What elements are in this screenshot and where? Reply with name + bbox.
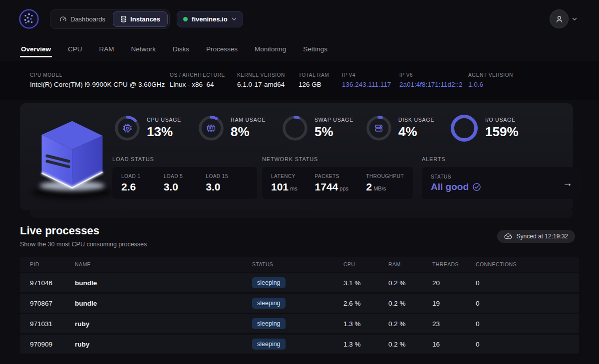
tab-disks[interactable]: Disks [172,38,190,60]
info-label: AGENT VERSION [468,72,513,78]
info-label: OS / ARCHITECTURE [170,72,237,78]
cell-cpu: 1.3 % [343,341,388,348]
info-label: CPU MODEL [30,72,170,78]
cell-ram: 0.2 % [388,341,432,348]
topbar-right [550,9,577,28]
cell-connections: 0 [476,300,569,307]
topbar: Dashboards Instances fivenines.io [0,0,599,38]
cell-threads: 20 [432,279,476,287]
table-row: 971031rubysleeping1.3 %0.2 %230 [20,314,579,333]
stat-unit: MB/s [373,185,386,191]
cell-status: sleeping [252,339,343,350]
info-kernel-version: KERNEL VERSION6.1.0-17-amd64 [237,72,299,88]
org-selector[interactable]: fivenines.io [177,11,243,27]
info-value: 126 GB [299,81,342,88]
gauge-ring [449,113,479,143]
stat-latency: LATENCY101ms [271,174,315,193]
speedometer-icon [59,15,67,23]
col-header-cpu: CPU [343,261,388,267]
tab-bar: OverviewCPURAMNetworkDisksProcessesMonit… [0,38,599,60]
info-value: Intel(R) Core(TM) i9-9900K CPU @ 3.60GHz [30,81,170,88]
load-status-section: LOAD STATUS LOAD 12.6LOAD 53.0LOAD 153.0 [112,156,257,199]
col-header-pid: PID [30,261,75,267]
stat-number: 2.6 [121,181,136,192]
gauge-value: 8% [231,124,266,140]
col-header-ram: RAM [388,261,432,267]
alerts-section: ALERTS STATUS All good → [422,156,582,199]
stat-value: 2.6 [121,181,164,193]
stat-unit: ms [290,185,298,191]
nav-instances-button[interactable]: Instances [113,11,168,27]
alerts-status-value: All good [431,182,469,192]
stat-label: LOAD 5 [164,174,206,179]
stat-value: 1744pps [315,181,366,193]
gauge-text: SWAP USAGE5% [314,117,353,140]
gauge-i-o-usage: I/O USAGE159% [449,113,519,143]
cell-name: bundle [75,300,252,307]
stat-label: LOAD 1 [121,174,164,179]
gauge-label: DISK USAGE [398,117,434,123]
app-logo[interactable] [19,9,39,29]
stat-number: 2 [366,181,372,192]
cpu-chip-icon [123,124,131,132]
status-badge: sleeping [252,277,286,288]
nav-dashboards-button[interactable]: Dashboards [52,11,113,27]
cell-pid: 970867 [30,300,75,307]
cell-name: ruby [75,320,252,328]
network-status-section: NETWORK STATUS LATENCY101msPACKETS1744pp… [262,156,413,199]
cell-cpu: 3.1 % [343,279,388,287]
tab-ram[interactable]: RAM [98,38,115,60]
live-processes-header: Live processes Show the 30 most CPU cons… [20,224,575,248]
cell-connections: 0 [476,320,569,328]
cell-pid: 971046 [30,279,75,287]
stat-label: LOAD 15 [206,174,248,179]
gauge-cpu-usage: CPU USAGE13% [114,113,198,143]
cell-status: sleeping [252,277,343,288]
avatar[interactable] [550,9,569,28]
alerts-panel: STATUS All good → [422,167,582,199]
gauge-row: CPU USAGE13%RAM USAGE8%SWAP USAGE5%DISK … [114,113,519,143]
table-row: 970867bundlesleeping2.6 %0.2 %190 [20,294,579,313]
stat-number: 1744 [315,181,338,192]
info-label: TOTAL RAM [299,72,342,78]
stat-value: 3.0 [206,181,248,193]
overview-panel: CPU USAGE13%RAM USAGE8%SWAP USAGE5%DISK … [20,103,573,210]
chevron-down-icon[interactable] [572,17,577,20]
ram-chip-icon [208,125,215,132]
cell-name: ruby [75,341,252,348]
tab-processes[interactable]: Processes [205,38,239,60]
tab-monitoring[interactable]: Monitoring [254,38,287,60]
gauge-disk-usage: DISK USAGE4% [365,113,449,143]
database-icon [120,15,127,23]
tab-settings[interactable]: Settings [302,38,328,60]
gauge-text: DISK USAGE4% [398,117,434,140]
network-status-panel: LATENCY101msPACKETS1744ppsTHROUGHPUT2MB/… [262,167,413,199]
info-ip-v4: IP V4136.243.111.117 [342,72,399,88]
tab-network[interactable]: Network [130,38,157,60]
alerts-arrow-button[interactable]: → [563,178,573,188]
cloud-sync-icon [504,233,513,239]
gauge-value: 13% [147,124,181,140]
tab-cpu[interactable]: CPU [67,38,83,60]
stat-label: THROUGHPUT [366,174,404,179]
load-status-title: LOAD STATUS [112,156,257,162]
alerts-status-cell: STATUS All good [431,174,481,192]
cell-cpu: 2.6 % [343,300,388,307]
info-os-architecture: OS / ARCHITECTURELinux - x86_64 [170,72,237,88]
stat-unit: pps [339,185,348,191]
gauge-ring [198,115,225,142]
gauge-ring [365,115,392,142]
info-total-ram: TOTAL RAM126 GB [299,72,342,88]
table-row: 971046bundlesleeping3.1 %0.2 %200 [20,273,579,292]
alerts-title: ALERTS [422,156,582,162]
gauge-ring [282,115,308,142]
stat-number: 3.0 [206,181,220,192]
app-root: Dashboards Instances fivenines.io [0,0,599,354]
table-body: 971046bundlesleeping3.1 %0.2 %200970867b… [20,273,579,354]
gauge-label: I/O USAGE [485,117,519,123]
status-badge: sleeping [252,298,286,309]
col-header-threads: THREADS [432,261,476,267]
info-label: IP V4 [342,72,399,78]
col-header-status: STATUS [252,261,343,267]
tab-overview[interactable]: Overview [20,38,52,60]
